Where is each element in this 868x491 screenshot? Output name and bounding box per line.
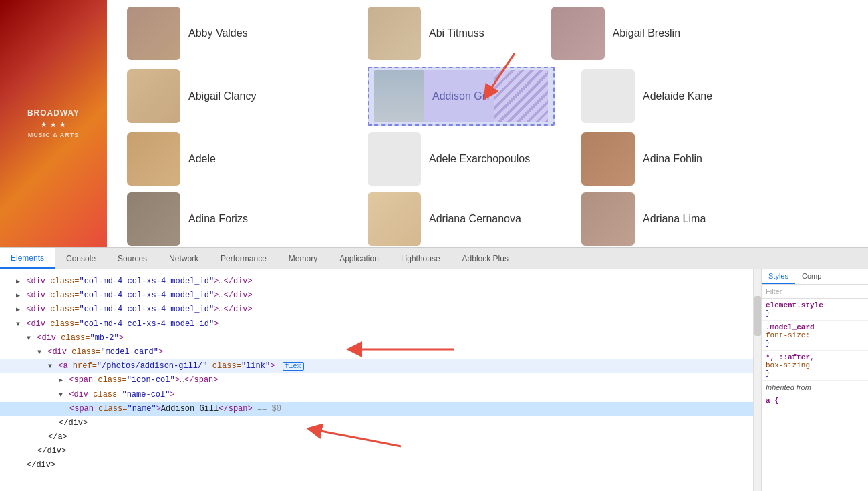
avatar [127, 192, 180, 246]
style-rule-model-card: .model_card font-size: } [762, 321, 868, 351]
html-line[interactable]: ▶ <div class="col-md-4 col-xs-4 model_id… [0, 275, 753, 289]
model-name: Adriana Lima [643, 213, 706, 225]
model-card-adriana-cernanova[interactable]: Adriana Cernanova [368, 192, 555, 246]
tab-console[interactable]: Console [55, 248, 107, 269]
html-line[interactable]: </div> [0, 444, 753, 458]
avatar [551, 7, 605, 60]
addison-avatar [374, 70, 424, 122]
inherited-from-label: Inherited from [762, 381, 868, 394]
avatar [368, 132, 421, 186]
model-row-1: Abby Valdes a.link 247.5 × 74 Abi Titmus… [127, 7, 848, 60]
html-line-selected[interactable]: ▼ <a href="/photos/addison-gill/" class=… [0, 359, 753, 373]
html-line[interactable]: </div> [0, 458, 753, 472]
html-line[interactable]: ▼ <div class="mb-2"> [0, 331, 753, 345]
model-card-adina-fohlin[interactable]: Adina Fohlin [581, 132, 768, 186]
elements-panel: ▶ <div class="col-md-4 col-xs-4 model_id… [0, 269, 753, 491]
model-name: Abigail Breslin [613, 27, 680, 39]
tab-sources[interactable]: Sources [107, 248, 158, 269]
model-card-adele-exarchopoulos[interactable]: Adele Exarchopoulos [368, 132, 555, 186]
computed-tab[interactable]: Comp [795, 269, 828, 284]
banner-text: BROADWAY ★ ★ ★ MUSIC & ARTS [27, 108, 80, 138]
avatar [127, 7, 180, 60]
devtools-tabs: Elements Console Sources Network Perform… [0, 248, 868, 269]
flex-badge: flex [283, 362, 304, 371]
avatar [581, 192, 635, 246]
tab-application[interactable]: Application [329, 248, 390, 269]
devtools-panel: Elements Console Sources Network Perform… [0, 247, 868, 491]
html-line[interactable]: ▶ <div class="col-md-4 col-xs-4 model_id… [0, 303, 753, 317]
tab-elements[interactable]: Elements [0, 248, 55, 269]
html-line[interactable]: ▶ <div class="col-md-4 col-xs-4 model_id… [0, 289, 753, 303]
model-name: Adelaide Kane [643, 90, 712, 102]
model-row-4: Adina Forizs Adriana Cernanova Adriana L… [127, 192, 848, 246]
styles-tabs: Styles Comp [762, 269, 868, 285]
filter-label: Filter [766, 287, 782, 295]
html-line[interactable]: ▼ <div class="col-md-4 col-xs-4 model_id… [0, 317, 753, 331]
style-rule-universal: *, ::after, box-sizing } [762, 351, 868, 381]
model-name: Adina Forizs [188, 213, 248, 225]
model-card-adriana-lima[interactable]: Adriana Lima [581, 192, 768, 246]
model-card-adele[interactable]: Adele [127, 132, 314, 186]
model-row-3: Adele Adele Exarchopoulos Adina Fohlin [127, 132, 848, 186]
model-card-adina-forizs[interactable]: Adina Forizs [127, 192, 314, 246]
model-name: Adele [188, 153, 216, 165]
model-row-2: Abigail Clancy Addison Gill Adelaide Kan… [127, 67, 848, 126]
model-card-adelaide-kane[interactable]: Adelaide Kane [581, 69, 768, 123]
html-line[interactable]: </a> [0, 430, 753, 444]
model-name: Addison Gill [432, 90, 489, 102]
avatar [581, 132, 635, 186]
model-name: Adriana Cernanova [429, 213, 521, 225]
styles-panel: Styles Comp Filter element.style } .mode… [761, 269, 868, 491]
html-line[interactable]: </div> [0, 416, 753, 430]
html-line[interactable]: ▼ <div class="model_card"> [0, 345, 753, 359]
avatar [368, 192, 421, 246]
tab-lighthouse[interactable]: Lighthouse [390, 248, 452, 269]
model-card-abby-valdes[interactable]: Abby Valdes [127, 7, 314, 60]
avatar [127, 132, 180, 186]
model-name: Adina Fohlin [643, 153, 702, 165]
scrollbar[interactable] [753, 269, 761, 491]
style-rule-element: element.style } [762, 299, 868, 321]
styles-tab[interactable]: Styles [762, 269, 795, 284]
html-line-active[interactable]: <span class="name">Addison Gill</span> =… [0, 402, 753, 416]
tab-performance[interactable]: Performance [210, 248, 278, 269]
model-name: Adele Exarchopoulos [429, 153, 530, 165]
model-card-addison-gill[interactable]: Addison Gill [368, 67, 555, 126]
model-name: Abi Titmuss [429, 27, 484, 39]
style-rule-a: a { [762, 394, 868, 407]
avatar [127, 69, 180, 123]
tab-memory[interactable]: Memory [278, 248, 329, 269]
scrollbar-thumb[interactable] [754, 296, 761, 336]
addison-name-section: Addison Gill [424, 70, 494, 122]
devtools-body: ▶ <div class="col-md-4 col-xs-4 model_id… [0, 269, 868, 491]
styles-filter[interactable]: Filter [762, 285, 868, 299]
avatar [368, 7, 421, 60]
avatar [581, 69, 635, 123]
left-banner: BROADWAY ★ ★ ★ MUSIC & ARTS [0, 0, 107, 247]
html-line[interactable]: ▼ <div class="name-col"> [0, 388, 753, 402]
model-card-abi-titmuss[interactable]: a.link 247.5 × 74 Abi Titmuss [368, 7, 484, 60]
model-name: Abigail Clancy [188, 90, 256, 102]
tab-adblock[interactable]: Adblock Plus [452, 248, 520, 269]
html-line[interactable]: ▶ <span class="icon-col">…</span> [0, 373, 753, 387]
model-card-abigail-breslin[interactable]: Abigail Breslin [551, 7, 738, 60]
model-name: Abby Valdes [188, 27, 248, 39]
tab-network[interactable]: Network [158, 248, 210, 269]
purple-hatch-overlay [494, 70, 548, 122]
model-card-abigail-clancy[interactable]: Abigail Clancy [127, 69, 314, 123]
